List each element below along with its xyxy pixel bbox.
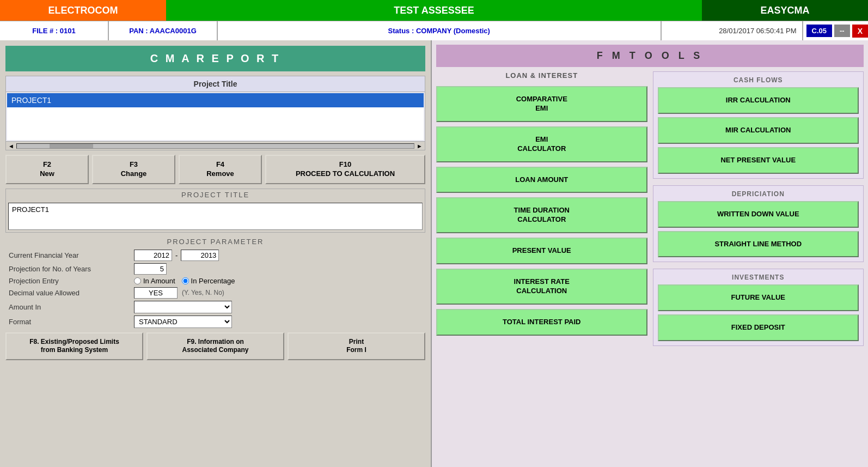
format-select[interactable]: STANDARD bbox=[134, 316, 232, 328]
fy-to-input[interactable] bbox=[181, 250, 219, 261]
pan-number: PAN : AAACA0001G bbox=[109, 21, 218, 41]
scrollbar-track[interactable] bbox=[16, 143, 414, 149]
investments-label: INVESTMENTS bbox=[658, 274, 859, 281]
f9-associated-button[interactable]: F9. Information onAssociated Company bbox=[146, 332, 284, 360]
project-title-item[interactable]: PROJECT1 bbox=[7, 93, 424, 107]
radio-percentage-input[interactable] bbox=[182, 277, 189, 284]
projection-entry-label: Projection Entry bbox=[9, 277, 134, 285]
project-parameter-label: PROJECT PARAMETER bbox=[5, 236, 425, 247]
project-title-input-label: PROJECT TITLE bbox=[6, 189, 425, 201]
present-value-button[interactable]: PRESENT VALUE bbox=[436, 238, 647, 264]
project-title-list[interactable]: PROJECT1 bbox=[6, 92, 425, 141]
fm-right-column: CASH FLOWS IRR CALCULATION MIR CALCULATI… bbox=[653, 71, 864, 348]
fm-tools-title: F M T O O L S bbox=[436, 45, 864, 67]
projection-years-input[interactable] bbox=[134, 263, 167, 275]
format-label: Format bbox=[9, 318, 134, 326]
f10-proceed-button[interactable]: F10PROCEED TO CALCULATION bbox=[265, 155, 425, 184]
radio-amount-input[interactable] bbox=[134, 277, 141, 284]
test-assessee-label: TEST ASSESSEE bbox=[166, 0, 702, 21]
fm-tools-content: LOAN & INTEREST COMPARATIVEEMI EMICALCUL… bbox=[436, 71, 864, 348]
mir-calculation-button[interactable]: MIR CALCULATION bbox=[658, 117, 859, 144]
radio-amount-label: In Amount bbox=[143, 277, 175, 285]
left-panel: C M A R E P O R T Project Title PROJECT1… bbox=[0, 40, 432, 467]
projection-years-row: Projection for No. of Years bbox=[9, 263, 422, 275]
net-present-value-button[interactable]: NET PRESENT VALUE bbox=[658, 147, 859, 174]
project-title-input-section: PROJECT TITLE PROJECT1 bbox=[5, 189, 425, 233]
close-button[interactable]: X bbox=[852, 25, 868, 38]
f2-new-button[interactable]: F2New bbox=[5, 155, 89, 184]
amount-in-select[interactable] bbox=[134, 301, 232, 313]
scroll-right[interactable]: ► bbox=[417, 143, 423, 149]
projection-entry-row: Projection Entry In Amount In Percentage bbox=[9, 277, 422, 285]
emi-calculator-button[interactable]: EMICALCULATOR bbox=[436, 126, 647, 162]
cash-flows-section: CASH FLOWS IRR CALCULATION MIR CALCULATI… bbox=[653, 71, 864, 179]
project-title-label: Project Title bbox=[6, 76, 425, 92]
time-duration-button[interactable]: TIME DURATIONCALCULATOR bbox=[436, 197, 647, 233]
depreciation-section: DEPRICIATION WRITTEN DOWN VALUE STRAIGHT… bbox=[653, 185, 864, 263]
print-form-button[interactable]: PrintForm I bbox=[288, 332, 425, 360]
decimal-input[interactable] bbox=[134, 287, 178, 299]
current-fy-row: Current Financial Year - bbox=[9, 250, 422, 261]
project-title-empty-area bbox=[7, 107, 424, 140]
irr-calculation-button[interactable]: IRR CALCULATION bbox=[658, 87, 859, 114]
f4-remove-button[interactable]: F4Remove bbox=[179, 155, 262, 184]
radio-in-percentage[interactable]: In Percentage bbox=[182, 277, 235, 285]
fm-left-column: LOAN & INTEREST COMPARATIVEEMI EMICALCUL… bbox=[436, 71, 647, 348]
interest-rate-button[interactable]: INTEREST RATECALCULATION bbox=[436, 269, 647, 305]
fy-dash: - bbox=[175, 251, 178, 259]
written-down-value-button[interactable]: WRITTEN DOWN VALUE bbox=[658, 201, 859, 228]
function-buttons-row: F2New F3Change F4Remove F10PROCEED TO CA… bbox=[5, 155, 425, 184]
cma-report-title: C M A R E P O R T bbox=[5, 46, 425, 71]
code-c05[interactable]: C.05 bbox=[806, 25, 832, 37]
project-title-section: Project Title PROJECT1 ◄ ► bbox=[5, 76, 425, 150]
future-value-button[interactable]: FUTURE VALUE bbox=[658, 284, 859, 311]
easycma-label: EASYCMA bbox=[702, 0, 868, 21]
decimal-row: Decimal value Allowed (Y. Yes, N. No) bbox=[9, 287, 422, 299]
datetime-label: 28/01/2017 06:50:41 PM bbox=[662, 21, 803, 41]
decimal-note: (Y. Yes, N. No) bbox=[182, 289, 224, 296]
f8-banking-button[interactable]: F8. Existing/Proposed Limitsfrom Banking… bbox=[5, 332, 143, 360]
total-interest-button[interactable]: TOTAL INTEREST PAID bbox=[436, 309, 647, 336]
file-number: FILE # : 0101 bbox=[0, 21, 109, 41]
fixed-deposit-button[interactable]: FIXED DEPOSIT bbox=[658, 314, 859, 341]
projection-entry-radio-group: In Amount In Percentage bbox=[134, 277, 235, 285]
cash-flows-label: CASH FLOWS bbox=[658, 76, 859, 84]
format-row: Format STANDARD bbox=[9, 316, 422, 328]
current-fy-label: Current Financial Year bbox=[9, 251, 134, 259]
project-title-input[interactable]: PROJECT1 bbox=[8, 203, 423, 230]
comparative-emi-button[interactable]: COMPARATIVEEMI bbox=[436, 86, 647, 122]
loan-amount-button[interactable]: LOAN AMOUNT bbox=[436, 167, 647, 193]
depreciation-label: DEPRICIATION bbox=[658, 190, 859, 198]
investments-section: INVESTMENTS FUTURE VALUE FIXED DEPOSIT bbox=[653, 269, 864, 346]
f3-change-button[interactable]: F3Change bbox=[92, 155, 175, 184]
loan-interest-label: LOAN & INTEREST bbox=[436, 71, 647, 80]
status-label: Status : COMPANY (Domestic) bbox=[218, 21, 662, 41]
fy-from-input[interactable] bbox=[134, 250, 172, 261]
scroll-left[interactable]: ◄ bbox=[8, 143, 14, 149]
amount-in-row: Amount In bbox=[9, 301, 422, 313]
electrocom-label: ELECTROCOM bbox=[0, 0, 166, 21]
scrollbar-thumb[interactable] bbox=[50, 144, 93, 148]
project-parameter-section: PROJECT PARAMETER Current Financial Year… bbox=[5, 236, 425, 328]
amount-in-label: Amount In bbox=[9, 303, 134, 311]
scrollbar-area[interactable]: ◄ ► bbox=[6, 141, 425, 150]
projection-years-label: Projection for No. of Years bbox=[9, 265, 134, 273]
decimal-label: Decimal value Allowed bbox=[9, 289, 134, 297]
bottom-buttons-row: F8. Existing/Proposed Limitsfrom Banking… bbox=[5, 332, 425, 360]
radio-percentage-label: In Percentage bbox=[191, 277, 235, 285]
radio-in-amount[interactable]: In Amount bbox=[134, 277, 175, 285]
right-panel: F M T O O L S LOAN & INTEREST COMPARATIV… bbox=[432, 40, 868, 467]
straight-line-method-button[interactable]: STRAIGHT LINE METHOD bbox=[658, 231, 859, 258]
code-dash[interactable]: -- bbox=[834, 25, 850, 37]
